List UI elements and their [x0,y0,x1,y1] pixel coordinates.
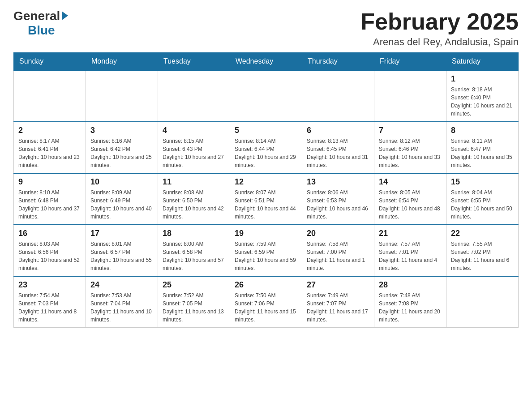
day-number: 7 [379,126,442,135]
calendar-cell: 21Sunrise: 7:57 AMSunset: 7:01 PMDayligh… [374,225,446,276]
calendar-week-row: 2Sunrise: 8:17 AMSunset: 6:41 PMDaylight… [14,122,519,173]
day-number: 15 [451,177,514,187]
day-number: 20 [307,229,369,238]
day-number: 16 [18,229,81,238]
calendar-cell: 9Sunrise: 8:10 AMSunset: 6:48 PMDaylight… [14,173,86,225]
day-number: 23 [18,280,81,290]
calendar-cell: 3Sunrise: 8:16 AMSunset: 6:42 PMDaylight… [86,122,158,173]
calendar-cell [86,70,158,122]
day-number: 2 [18,126,81,135]
calendar-subtitle: Arenas del Rey, Andalusia, Spain [360,36,519,48]
calendar-cell: 25Sunrise: 7:52 AMSunset: 7:05 PMDayligh… [158,276,230,328]
day-number: 25 [163,280,225,290]
day-number: 17 [90,229,153,238]
day-number: 27 [307,280,369,290]
calendar-cell: 23Sunrise: 7:54 AMSunset: 7:03 PMDayligh… [14,276,86,328]
calendar-cell: 24Sunrise: 7:53 AMSunset: 7:04 PMDayligh… [86,276,158,328]
day-info: Sunrise: 7:58 AMSunset: 7:00 PMDaylight:… [307,240,369,272]
day-info: Sunrise: 8:03 AMSunset: 6:56 PMDaylight:… [18,240,81,272]
day-number: 9 [18,177,81,187]
day-info: Sunrise: 8:11 AMSunset: 6:47 PMDaylight:… [451,137,514,169]
day-info: Sunrise: 8:01 AMSunset: 6:57 PMDaylight:… [90,240,153,272]
calendar-cell: 15Sunrise: 8:04 AMSunset: 6:55 PMDayligh… [446,173,519,225]
calendar-cell: 28Sunrise: 7:48 AMSunset: 7:08 PMDayligh… [374,276,446,328]
calendar-title: February 2025 [360,9,519,34]
weekday-header-saturday: Saturday [446,53,519,71]
calendar-cell [230,70,302,122]
day-number: 8 [451,126,514,135]
day-info: Sunrise: 7:53 AMSunset: 7:04 PMDaylight:… [90,291,153,324]
calendar-cell [302,70,374,122]
day-info: Sunrise: 8:16 AMSunset: 6:42 PMDaylight:… [90,137,153,169]
day-number: 4 [163,126,225,135]
calendar-cell [374,70,446,122]
day-info: Sunrise: 8:17 AMSunset: 6:41 PMDaylight:… [18,137,81,169]
calendar-cell: 11Sunrise: 8:08 AMSunset: 6:50 PMDayligh… [158,173,230,225]
calendar-cell: 13Sunrise: 8:06 AMSunset: 6:53 PMDayligh… [302,173,374,225]
calendar-cell: 6Sunrise: 8:13 AMSunset: 6:45 PMDaylight… [302,122,374,173]
logo-general-text: General [13,9,60,23]
weekday-header-wednesday: Wednesday [230,53,302,71]
day-info: Sunrise: 8:05 AMSunset: 6:54 PMDaylight:… [379,188,442,221]
calendar-week-row: 23Sunrise: 7:54 AMSunset: 7:03 PMDayligh… [14,276,519,328]
day-info: Sunrise: 7:49 AMSunset: 7:07 PMDaylight:… [307,291,369,324]
day-number: 13 [307,177,369,187]
calendar-week-row: 1Sunrise: 8:18 AMSunset: 6:40 PMDaylight… [14,70,519,122]
day-info: Sunrise: 8:09 AMSunset: 6:49 PMDaylight:… [90,188,153,221]
calendar-cell: 5Sunrise: 8:14 AMSunset: 6:44 PMDaylight… [230,122,302,173]
calendar-cell: 18Sunrise: 8:00 AMSunset: 6:58 PMDayligh… [158,225,230,276]
day-number: 21 [379,229,442,238]
day-info: Sunrise: 7:50 AMSunset: 7:06 PMDaylight:… [235,291,297,324]
calendar-week-row: 16Sunrise: 8:03 AMSunset: 6:56 PMDayligh… [14,225,519,276]
day-number: 11 [163,177,225,187]
day-info: Sunrise: 8:18 AMSunset: 6:40 PMDaylight:… [451,86,514,118]
title-section: February 2025 Arenas del Rey, Andalusia,… [360,9,519,48]
day-info: Sunrise: 8:10 AMSunset: 6:48 PMDaylight:… [18,188,81,221]
day-info: Sunrise: 8:07 AMSunset: 6:51 PMDaylight:… [235,188,297,221]
logo: General Blue [13,9,68,38]
day-number: 12 [235,177,297,187]
calendar-cell: 19Sunrise: 7:59 AMSunset: 6:59 PMDayligh… [230,225,302,276]
calendar-cell: 14Sunrise: 8:05 AMSunset: 6:54 PMDayligh… [374,173,446,225]
day-info: Sunrise: 8:08 AMSunset: 6:50 PMDaylight:… [163,188,225,221]
day-info: Sunrise: 7:52 AMSunset: 7:05 PMDaylight:… [163,291,225,324]
day-info: Sunrise: 7:48 AMSunset: 7:08 PMDaylight:… [379,291,442,324]
calendar-cell: 27Sunrise: 7:49 AMSunset: 7:07 PMDayligh… [302,276,374,328]
day-number: 18 [163,229,225,238]
day-number: 3 [90,126,153,135]
weekday-header-sunday: Sunday [14,53,86,71]
calendar-table: SundayMondayTuesdayWednesdayThursdayFrid… [13,52,519,328]
day-number: 22 [451,229,514,238]
day-info: Sunrise: 8:12 AMSunset: 6:46 PMDaylight:… [379,137,442,169]
day-number: 28 [379,280,442,290]
day-number: 10 [90,177,153,187]
day-number: 6 [307,126,369,135]
calendar-cell: 4Sunrise: 8:15 AMSunset: 6:43 PMDaylight… [158,122,230,173]
day-info: Sunrise: 8:04 AMSunset: 6:55 PMDaylight:… [451,188,514,221]
weekday-header-thursday: Thursday [302,53,374,71]
weekday-header-tuesday: Tuesday [158,53,230,71]
day-number: 26 [235,280,297,290]
calendar-cell [446,276,519,328]
logo-arrow-icon [62,11,68,20]
day-number: 1 [451,74,514,84]
calendar-cell: 20Sunrise: 7:58 AMSunset: 7:00 PMDayligh… [302,225,374,276]
weekday-header-friday: Friday [374,53,446,71]
day-info: Sunrise: 7:59 AMSunset: 6:59 PMDaylight:… [235,240,297,272]
calendar-cell: 1Sunrise: 8:18 AMSunset: 6:40 PMDaylight… [446,70,519,122]
logo-blue-text: Blue [28,23,55,38]
calendar-cell [14,70,86,122]
calendar-cell: 7Sunrise: 8:12 AMSunset: 6:46 PMDaylight… [374,122,446,173]
calendar-cell: 16Sunrise: 8:03 AMSunset: 6:56 PMDayligh… [14,225,86,276]
calendar-cell: 26Sunrise: 7:50 AMSunset: 7:06 PMDayligh… [230,276,302,328]
calendar-week-row: 9Sunrise: 8:10 AMSunset: 6:48 PMDaylight… [14,173,519,225]
calendar-cell: 22Sunrise: 7:55 AMSunset: 7:02 PMDayligh… [446,225,519,276]
calendar-cell: 12Sunrise: 8:07 AMSunset: 6:51 PMDayligh… [230,173,302,225]
day-number: 14 [379,177,442,187]
day-number: 24 [90,280,153,290]
calendar-cell: 2Sunrise: 8:17 AMSunset: 6:41 PMDaylight… [14,122,86,173]
day-info: Sunrise: 8:00 AMSunset: 6:58 PMDaylight:… [163,240,225,272]
day-info: Sunrise: 7:57 AMSunset: 7:01 PMDaylight:… [379,240,442,272]
day-info: Sunrise: 8:15 AMSunset: 6:43 PMDaylight:… [163,137,225,169]
weekday-header-row: SundayMondayTuesdayWednesdayThursdayFrid… [14,53,519,71]
